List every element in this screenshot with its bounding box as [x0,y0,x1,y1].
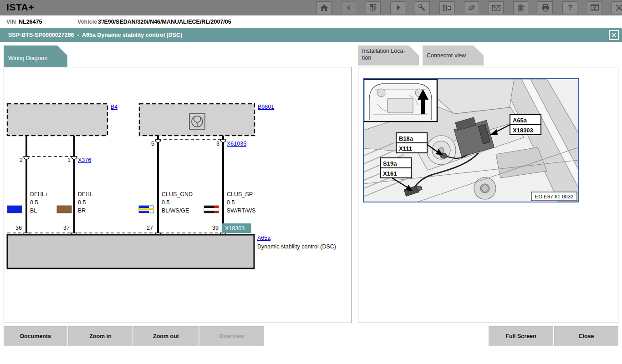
installation-figure[interactable]: A65a X18303 B18a X111 S19a X161 [363,78,579,202]
close-button[interactable]: Close [554,326,618,346]
tab-installation-location[interactable]: Installation Loca- tion [358,46,419,66]
printer-icon [540,3,551,12]
overview-button: Overview [199,326,264,346]
component-box-b4 [7,104,107,136]
callout-a65a-line1: A65a [513,117,527,124]
wire3-size: 0.5 [162,199,169,206]
wire4-signal: CLUS_SP [227,191,253,197]
print-button[interactable] [538,1,553,14]
callout-b18a-line1: B18a [399,135,413,142]
zoom-out-button[interactable]: Zoom out [133,326,199,346]
component-box-a65a [7,235,254,268]
connection-button[interactable] [464,1,479,14]
connector-plug-icon [467,3,477,12]
minimize-window-button[interactable] [587,1,602,14]
tab-wiring-diagram[interactable]: Wiring Diagram [4,46,67,67]
tab-connector-view[interactable]: Connector view [423,46,484,66]
ista-window: ISTA+ ? VIN NL26475 Vehicle 3'/E90/SEDAN… [0,0,622,364]
swatch-sw-rt-ws [204,206,219,213]
callout-s19a-line2: X161 [383,170,397,177]
pin-bottom-wire1: 36 [15,225,22,231]
documents-button[interactable]: Documents [4,326,67,346]
top-toolbar: ISTA+ ? [0,0,622,15]
installation-location-panel: A65a X18303 B18a X111 S19a X161 [358,67,618,323]
tab-wiring-label: Wiring Diagram [8,55,47,61]
figure-code-box: EO E87 61 0032 [531,192,577,201]
minimize-window-icon [590,3,600,12]
vehicle-label: Vehicle [77,19,97,25]
wire4-color-code: SW/RT/WS [227,207,256,214]
home-button[interactable] [316,1,331,14]
link-b9801[interactable]: B9801 [258,104,274,110]
wire3-color-code: BL/WS/GE [162,207,189,214]
document-title: SSP-BTS-SP0000027266 - A65a Dynamic stab… [8,32,182,38]
wire2-signal: DFHL [78,191,93,197]
vin-label: VIN [6,19,16,25]
inset-overview [364,79,437,121]
vin-value: NL26475 [19,19,42,25]
back-button [341,1,356,14]
wire1-color-code: BL [30,207,37,214]
pin-top-wire1: 2 [20,157,23,163]
link-b4[interactable]: B4 [111,104,117,110]
vehicle-operations-button[interactable] [415,1,430,14]
callout-b18a-line2: X111 [399,145,412,152]
pin-top-wire2: 1 [67,157,71,163]
a65a-description: Dynamic stability control (DSC) [257,243,336,250]
wrench-icon [418,3,428,12]
tab-installation-line2: tion [362,55,419,61]
pin-bottom-wire2: 37 [63,225,70,231]
svg-text:?: ? [568,4,572,12]
pin-top-wire4: 3 [216,141,219,147]
forward-arrow-icon [393,3,403,12]
wiring-diagram-panel: B4 B9801 [4,67,352,323]
close-app-button[interactable] [612,1,622,14]
pin-bottom-wire4: 39 [212,225,219,231]
close-icon [614,3,622,12]
figure-code: EO E87 61 0032 [535,194,573,199]
copy-documents-button[interactable] [366,1,381,14]
full-screen-button[interactable]: Full Screen [489,326,553,346]
wiring-diagram-canvas[interactable]: B4 B9801 [4,67,351,323]
wire2-size: 0.5 [78,199,86,206]
connector-badge-x18303[interactable]: X18303 [222,223,251,233]
messages-button[interactable] [489,1,504,14]
steering-wheel-icon [189,114,205,129]
link-x61035[interactable]: X61035 [227,141,246,147]
swatch-br [57,206,71,213]
wire2-color-code: BR [78,207,86,214]
battery-status-button[interactable] [513,1,528,14]
wire1-signal: DFHL+ [30,191,48,197]
wire3-signal: CLUS_GND [162,191,193,197]
vehicle-info-bar: VIN NL26475 Vehicle 3'/E90/SEDAN/320i/N4… [0,15,622,28]
link-a65a[interactable]: A65a [257,235,270,241]
callout-a65a-line2: X18303 [513,127,533,134]
toolbar-buttons: ? [316,1,622,14]
help-button[interactable]: ? [562,1,577,14]
link-x376[interactable]: X376 [78,157,91,163]
forward-button[interactable] [390,1,405,14]
document-close-button[interactable] [609,30,619,40]
callout-b18a: B18a X111 [396,133,427,153]
document-title-bar: SSP-BTS-SP0000027266 - A65a Dynamic stab… [0,28,622,42]
callout-s19a: S19a X161 [380,158,411,178]
callout-a65a: A65a X18303 [510,115,541,135]
copy-documents-icon [368,3,378,12]
pin-top-wire3: 5 [151,141,154,147]
tab-connector-label: Connector view [427,52,466,59]
control-units-button[interactable] [439,1,454,14]
app-title: ISTA+ [6,2,34,13]
connector-pin-cups [24,140,226,236]
connector-strips [7,140,223,233]
zoom-in-button[interactable]: Zoom in [68,326,133,346]
tab-installation-line1: Installation Loca- [362,48,419,55]
swatch-bl-ws-ge [139,206,153,213]
control-units-icon [442,3,452,12]
svg-text:X18303: X18303 [225,225,245,232]
mail-envelope-icon [491,3,501,12]
vehicle-value: 3'/E90/SEDAN/320i/N46/MANUAL/ECE/RL/2007… [98,19,231,25]
pin-bottom-wire3: 27 [147,225,153,231]
home-icon [319,3,329,12]
wire4-size: 0.5 [227,199,235,206]
wire-lines [26,136,223,233]
